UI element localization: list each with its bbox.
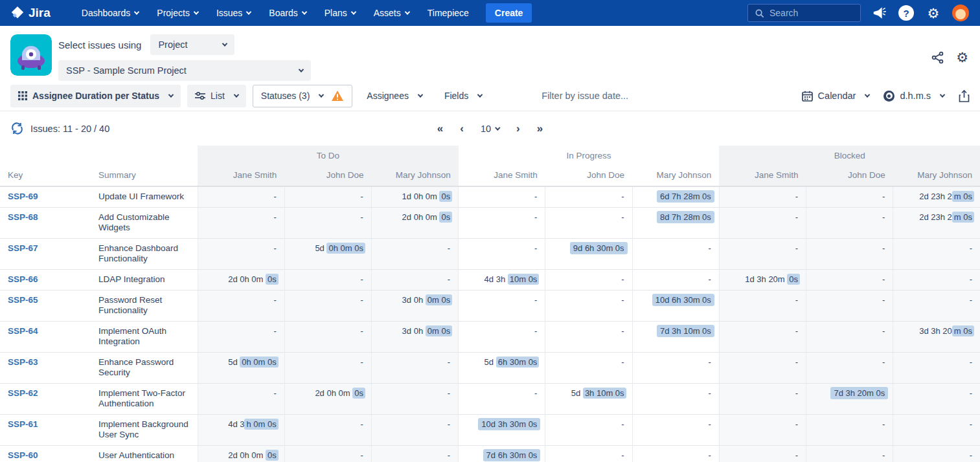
issue-key-link[interactable]: SSP-67 [8,243,38,253]
duration-cell: - [719,446,806,462]
chevron-down-icon [299,67,304,72]
user-avatar[interactable] [952,4,970,22]
issue-key-link[interactable]: SSP-62 [8,388,38,398]
duration-cell: - [893,291,980,322]
page-size-dropdown[interactable]: 10 [481,124,499,134]
issue-key-link[interactable]: SSP-68 [8,212,38,222]
issue-key-link[interactable]: SSP-65 [8,295,38,305]
duration-highlight: 0s [439,212,452,223]
assignee-column-header: John Doe [806,164,893,186]
duration-cell: 3d 0h 0m 0s [371,322,458,353]
jira-logo[interactable]: Jira [10,6,51,20]
create-button[interactable]: Create [486,3,532,23]
global-search[interactable] [747,4,861,22]
chevron-down-icon [134,9,139,14]
assignees-dropdown[interactable]: Assignees [359,85,430,107]
project-dropdown[interactable]: SSP - Sample Scrum Project [58,60,311,81]
duration-cell: - [284,353,371,384]
jira-logo-icon [10,6,25,20]
nav-item-dashboards[interactable]: Dashboards [74,4,147,22]
view-mode-dropdown[interactable]: List [187,85,246,107]
issue-key-link[interactable]: SSP-66 [8,274,38,284]
duration-cell: - [806,415,893,446]
duration-highlight: 0s [439,191,452,202]
duration-cell: - [893,239,980,270]
issue-key-link[interactable]: SSP-61 [8,419,38,429]
share-icon[interactable] [931,50,944,64]
chevron-down-icon [351,9,356,14]
report-type-dropdown[interactable]: Assignee Duration per Status [10,85,181,107]
duration-cell: - [893,446,980,462]
duration-cell: - [284,291,371,322]
next-page-button[interactable]: › [516,123,520,134]
duration-cell: - [545,446,632,462]
duration-highlight: m 0s [952,325,974,336]
nav-item-timepiece[interactable]: Timepiece [420,4,477,22]
duration-cell: - [371,384,458,415]
issue-key-link[interactable]: SSP-63 [8,357,38,367]
duration-cell: 2d 23h 2m 0s [893,186,980,208]
settings-gear-icon[interactable]: ⚙ [924,4,942,22]
assignee-column-header: Jane Smith [198,164,284,186]
group-header-todo: To Do [198,146,459,164]
duration-cell: - [459,322,545,353]
duration-cell: - [198,322,284,353]
duration-cell: - [545,322,632,353]
duration-cell: - [284,446,371,462]
duration-cell: 3d 0h 0m 0s [371,291,458,322]
duration-cell: 2d 0h 0m 0s [198,446,284,462]
pagination-bar: Issues: 11 - 20 / 40 « ‹ 10 › » [0,111,980,146]
duration-highlight: 0m 0s [426,294,452,305]
duration-cell: - [371,270,458,291]
duration-cell: 7d 6h 30m 0s [459,446,545,462]
nav-item-projects[interactable]: Projects [149,4,206,22]
table-row: SSP-68Add Customizable Widgets--2d 0h 0m… [0,208,980,239]
prev-page-button[interactable]: ‹ [460,123,464,134]
export-icon[interactable] [959,90,970,102]
duration-highlight: 10d 3h 30m 0s [478,418,540,430]
duration-highlight: 6d 7h 28m 0s [657,190,714,203]
duration-cell: 5d 0h 0m 0s [284,239,371,270]
issue-source-dropdown[interactable]: Project [150,34,234,55]
group-header-blocked: Blocked [719,146,980,164]
announcements-icon[interactable] [870,4,888,22]
duration-cell: - [284,186,371,208]
statuses-dropdown[interactable]: Statuses (3) [253,85,352,107]
duration-cell: 1d 0h 0m 0s [371,186,458,208]
chevron-down-icon [865,92,870,97]
last-page-button[interactable]: » [537,123,543,134]
duration-cell: - [632,384,719,415]
duration-cell: - [371,415,458,446]
report-settings-gear-icon[interactable]: ⚙ [956,50,968,64]
issue-date-filter-input[interactable]: Filter by issue date... [541,91,628,101]
duration-cell: - [806,186,893,208]
duration-cell: - [719,415,806,446]
duration-highlight: 0h 0m 0s [326,243,365,254]
fields-dropdown[interactable]: Fields [437,85,490,107]
duration-highlight: 0s [787,274,800,285]
issue-summary: Password Reset Functionality [91,291,198,322]
nav-item-assets[interactable]: Assets [366,4,417,22]
duration-cell: - [545,270,632,291]
calendar-dropdown[interactable]: Calendar [802,91,870,102]
issue-key-link[interactable]: SSP-60 [8,450,38,460]
duration-cell: 7d 3h 20m 0s [806,384,893,415]
duration-cell: 10d 6h 30m 0s [632,291,719,322]
chevron-down-icon [319,92,324,97]
first-page-button[interactable]: « [437,123,443,134]
nav-item-issues[interactable]: Issues [209,4,258,22]
refresh-icon[interactable] [10,122,24,135]
report-toolbar: Assignee Duration per Status List Status… [0,81,980,111]
issues-count-label: Issues: 11 - 20 / 40 [30,124,109,134]
duration-cell: - [719,239,806,270]
nav-item-plans[interactable]: Plans [317,4,363,22]
issue-key-link[interactable]: SSP-69 [8,192,38,201]
issue-key-link[interactable]: SSP-64 [8,326,38,336]
help-icon[interactable]: ? [897,4,915,22]
duration-cell: - [893,384,980,415]
duration-highlight: h 0m 0s [244,419,278,430]
search-input[interactable] [769,8,847,18]
table-row: SSP-60User Authentication2d 0h 0m 0s--7d… [0,446,980,462]
nav-item-boards[interactable]: Boards [261,4,313,22]
time-format-dropdown[interactable]: d.h.m.s [883,91,944,102]
